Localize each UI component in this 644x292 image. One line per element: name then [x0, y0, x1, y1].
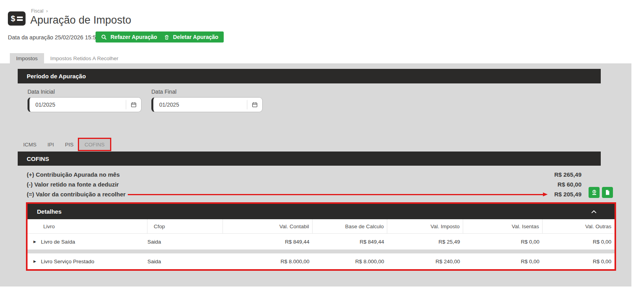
chevron-right-icon: ›: [46, 8, 48, 14]
cell-base-de-calculo: R$ 8.000,00: [313, 253, 387, 269]
column-header-val-isentas: Val. Isentas: [463, 219, 543, 233]
summary-label: (+) Contribuição Apurada no mês: [27, 171, 120, 178]
data-final-label: Data Final: [151, 89, 263, 95]
list-lines: [17, 15, 23, 22]
cell-livro: ▶ Livro Serviço Prestado: [28, 253, 147, 269]
column-header-val-outras: Val. Outras: [543, 219, 615, 233]
periodo-title: Período de Apuração: [27, 73, 86, 79]
cell-cfop: Saida: [147, 253, 223, 269]
cell-val-imposto: R$ 25,49: [387, 234, 463, 249]
cell-livro: ▶ Livro de Saída: [28, 234, 147, 249]
data-inicial-input[interactable]: [28, 97, 142, 112]
apuracao-date-label: Data da apuração 25/02/2026 15:56: [8, 34, 99, 41]
tab-impostos[interactable]: Impostos: [10, 53, 44, 63]
detalhes-table-header: Livro Cfop Val. Contabil Base de Calculo…: [28, 219, 615, 234]
data-final-value[interactable]: [153, 102, 247, 108]
summary-row-contribuicao-apurada: (+) Contribuição Apurada no mês R$ 265,4…: [27, 170, 581, 179]
summary-value: R$ 265,49: [554, 171, 581, 178]
data-final-field: Data Final: [151, 89, 263, 112]
cell-cfop: Saida: [147, 234, 223, 249]
table-row-livro-de-saida[interactable]: ▶ Livro de Saída Saida R$ 849,44 R$ 849,…: [28, 234, 615, 249]
tax-tabs: ICMS IPI PIS COFINS: [18, 139, 110, 150]
tab-pis[interactable]: PIS: [59, 139, 79, 150]
data-inicial-field: Data Inicial: [28, 89, 142, 112]
summary-value: R$ 205,49: [554, 191, 581, 198]
cell-val-isentas: R$ 0,00: [463, 234, 543, 249]
calendar-icon: [252, 102, 258, 108]
data-inicial-label: Data Inicial: [28, 89, 142, 95]
relatorio-button[interactable]: [602, 187, 613, 198]
trash-icon: [164, 34, 169, 40]
tab-impostos-retidos-a-recolher[interactable]: Impostos Retidos A Recolher: [44, 53, 125, 63]
svg-text:$: $: [593, 190, 595, 193]
cell-val-contabil: R$ 8.000,00: [223, 253, 313, 269]
data-inicial-calendar-button[interactable]: [126, 100, 141, 109]
impostos-panel: Período de Apuração Data Inicial Data Fi…: [0, 63, 631, 286]
cofins-title: COFINS: [27, 155, 49, 162]
refazer-label: Refazer Apuração: [110, 34, 157, 40]
calendar-icon: [131, 102, 137, 108]
detalhes-title: Detalhes: [37, 208, 62, 215]
caret-right-icon[interactable]: ▶: [33, 240, 36, 244]
periodo-section-header: Período de Apuração: [18, 69, 601, 83]
gerar-pagamento-button[interactable]: $: [589, 187, 600, 198]
tab-icms[interactable]: ICMS: [18, 139, 42, 150]
document-icon: [604, 189, 611, 196]
column-header-cfop: Cfop: [147, 219, 223, 233]
deletar-apuracao-button[interactable]: Deletar Apuração: [158, 31, 224, 43]
summary-label: (=) Valor da contribuição a recolher: [27, 191, 125, 198]
tab-cofins[interactable]: COFINS: [79, 139, 110, 150]
data-final-calendar-button[interactable]: [247, 100, 262, 109]
deletar-label: Deletar Apuração: [173, 34, 218, 40]
page-title: Apuração de Imposto: [30, 14, 131, 26]
apuracao-de-imposto-screen: $ Fiscal› Apuração de Imposto Data da ap…: [0, 0, 644, 292]
cell-val-contabil: R$ 849,44: [223, 234, 313, 249]
breadcrumb: Fiscal›: [31, 8, 48, 14]
main-tabs: Impostos Impostos Retidos A Recolher: [10, 53, 125, 63]
column-header-base-de-calculo: Base de Calculo: [313, 219, 387, 233]
cell-val-outras: R$ 0,00: [543, 253, 615, 269]
table-row-livro-servico-prestado[interactable]: ▶ Livro Serviço Prestado Saida R$ 8.000,…: [28, 253, 615, 269]
column-header-val-imposto: Val. Imposto: [387, 219, 463, 233]
data-inicial-value[interactable]: [29, 102, 126, 108]
column-header-val-contabil: Val. Contabil: [223, 219, 313, 233]
detalhes-annotation-box: Detalhes Livro Cfop Val. Contabil Base d…: [26, 202, 616, 271]
annotation-arrow: [128, 192, 548, 196]
summary-value: R$ 60,00: [558, 181, 581, 188]
money-deposit-icon: $: [591, 189, 598, 196]
chevron-up-icon[interactable]: [591, 210, 597, 214]
cofins-section-header: COFINS: [18, 152, 601, 166]
summary-row-valor-retido: (-) Valor retido na fonte a deduzir R$ 6…: [27, 179, 581, 189]
livro-label: Livro de Saída: [41, 239, 75, 245]
breadcrumb-item-fiscal[interactable]: Fiscal: [31, 8, 43, 14]
caret-right-icon[interactable]: ▶: [33, 260, 36, 263]
livro-label: Livro Serviço Prestado: [41, 259, 94, 264]
cell-val-imposto: R$ 240,00: [387, 253, 463, 269]
fiscal-module-icon: $: [8, 11, 26, 26]
refazer-apuracao-button[interactable]: Refazer Apuração: [96, 31, 163, 43]
summary-label: (-) Valor retido na fonte a deduzir: [27, 181, 119, 188]
column-header-livro: Livro: [28, 219, 147, 233]
search-icon: [101, 34, 107, 40]
dollar-glyph: $: [11, 15, 15, 22]
cell-val-outras: R$ 0,00: [543, 234, 615, 249]
data-final-input[interactable]: [151, 97, 263, 112]
cell-val-isentas: R$ 0,00: [463, 253, 543, 269]
cell-base-de-calculo: R$ 849,44: [313, 234, 387, 249]
detalhes-section-header[interactable]: Detalhes: [28, 204, 615, 219]
tab-ipi[interactable]: IPI: [42, 139, 60, 150]
